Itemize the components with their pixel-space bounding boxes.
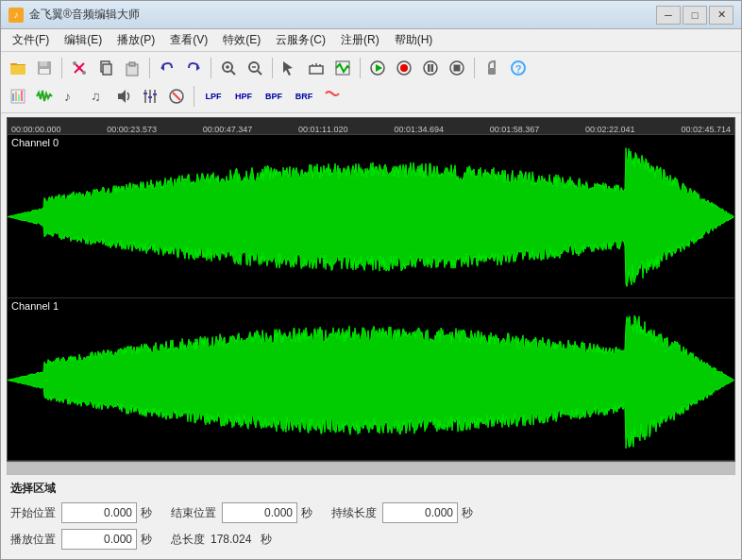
svg-text:♪: ♪ bbox=[64, 89, 71, 104]
copy-button[interactable] bbox=[93, 56, 118, 80]
svg-rect-5 bbox=[40, 69, 49, 74]
svg-point-9 bbox=[82, 71, 86, 75]
total-length-group: 总长度 178.024 秒 bbox=[171, 532, 272, 548]
brf-label: BRF bbox=[295, 92, 313, 101]
brf-button[interactable]: BRF bbox=[290, 84, 318, 109]
tl-label-7: 00:02:45.714 bbox=[681, 125, 731, 134]
menu-play[interactable]: 播放(P) bbox=[110, 30, 162, 51]
sep3 bbox=[211, 58, 211, 78]
duration-input[interactable] bbox=[382, 502, 458, 523]
hpf-label: HPF bbox=[235, 92, 252, 101]
waveform-button[interactable] bbox=[32, 84, 57, 109]
delete-sel-button[interactable] bbox=[304, 56, 329, 80]
cut-button[interactable] bbox=[67, 56, 92, 80]
zoom-in-button[interactable] bbox=[216, 56, 241, 80]
duration-group: 持续长度 秒 bbox=[331, 502, 473, 523]
redo-button[interactable] bbox=[181, 56, 206, 80]
hpf-button[interactable]: HPF bbox=[229, 84, 258, 109]
undo-button[interactable] bbox=[155, 56, 179, 80]
end-pos-group: 结束位置 秒 bbox=[171, 502, 312, 523]
svg-rect-42 bbox=[12, 93, 14, 101]
selection-title: 选择区域 bbox=[10, 481, 732, 497]
start-pos-input[interactable] bbox=[61, 502, 137, 523]
scrollbar[interactable] bbox=[7, 462, 735, 475]
stop-button[interactable] bbox=[445, 56, 469, 80]
tl-label-2: 00:00:47.347 bbox=[203, 125, 253, 134]
lpf-button[interactable]: LPF bbox=[199, 84, 228, 109]
end-pos-input[interactable] bbox=[222, 502, 297, 523]
waveform-area: 00:00:00.000 00:00:23.573 00:00:47.347 0… bbox=[7, 117, 735, 462]
status-area: 选择区域 开始位置 秒 结束位置 秒 持续长度 秒 播放位置 秒 bbox=[1, 475, 741, 559]
channel-0[interactable]: Channel 0 bbox=[8, 135, 734, 298]
eq-button[interactable] bbox=[138, 84, 162, 109]
zoom-out-button[interactable] bbox=[243, 56, 267, 80]
menu-effects[interactable]: 特效(E) bbox=[215, 30, 268, 51]
minimize-button[interactable]: ─ bbox=[656, 6, 681, 25]
total-value: 178.024 bbox=[211, 533, 251, 546]
svg-rect-43 bbox=[15, 92, 17, 101]
svg-rect-4 bbox=[40, 61, 47, 66]
fields-row-2: 播放位置 秒 总长度 178.024 秒 bbox=[10, 529, 732, 550]
svg-rect-24 bbox=[310, 66, 323, 74]
tl-label-4: 00:01:34.694 bbox=[394, 125, 444, 134]
pause-button[interactable] bbox=[418, 56, 443, 80]
menu-edit[interactable]: 编辑(E) bbox=[57, 30, 110, 51]
channel-1[interactable]: Channel 1 bbox=[8, 298, 734, 462]
svg-point-33 bbox=[424, 61, 437, 75]
svg-marker-30 bbox=[376, 64, 382, 72]
music2-button[interactable]: ♫ bbox=[85, 84, 110, 109]
lock-button[interactable] bbox=[480, 56, 504, 80]
spectrogram-button[interactable] bbox=[6, 84, 30, 109]
play-pos-input[interactable] bbox=[61, 529, 137, 550]
svg-rect-34 bbox=[428, 64, 430, 72]
svg-rect-38 bbox=[488, 68, 496, 75]
menu-file[interactable]: 文件(F) bbox=[5, 30, 57, 51]
total-label: 总长度 bbox=[171, 532, 205, 548]
bpf-button[interactable]: BPF bbox=[260, 84, 288, 109]
menu-help[interactable]: 帮助(H) bbox=[387, 30, 441, 51]
svg-rect-13 bbox=[129, 62, 135, 66]
duration-unit: 秒 bbox=[462, 505, 473, 521]
play-pos-unit: 秒 bbox=[141, 532, 152, 548]
menu-register[interactable]: 注册(R) bbox=[333, 30, 387, 51]
svg-rect-45 bbox=[21, 91, 23, 101]
svg-marker-23 bbox=[283, 61, 293, 76]
svg-rect-53 bbox=[148, 96, 152, 98]
svg-rect-54 bbox=[153, 93, 157, 95]
menu-cloud[interactable]: 云服务(C) bbox=[268, 30, 333, 51]
timeline-labels: 00:00:00.000 00:00:23.573 00:00:47.347 0… bbox=[9, 125, 733, 134]
scrollbar-thumb[interactable] bbox=[8, 463, 734, 474]
svg-rect-52 bbox=[143, 93, 147, 94]
paste-button[interactable] bbox=[120, 56, 144, 80]
menu-view[interactable]: 查看(V) bbox=[162, 30, 215, 51]
end-pos-unit: 秒 bbox=[301, 505, 312, 521]
channel-1-label: Channel 1 bbox=[11, 300, 59, 312]
svg-rect-11 bbox=[103, 64, 111, 75]
noise-button[interactable] bbox=[164, 84, 189, 109]
play-button[interactable] bbox=[365, 56, 390, 80]
start-pos-unit: 秒 bbox=[141, 505, 152, 521]
bpf-label: BPF bbox=[265, 92, 282, 101]
play-pos-group: 播放位置 秒 bbox=[10, 529, 152, 550]
close-button[interactable]: ✕ bbox=[709, 6, 734, 25]
open-button[interactable] bbox=[6, 56, 30, 80]
save-button[interactable] bbox=[32, 56, 57, 80]
more-filter-button[interactable] bbox=[320, 84, 345, 109]
maximize-button[interactable]: □ bbox=[683, 6, 707, 25]
volume-button[interactable] bbox=[111, 84, 136, 109]
music-button[interactable]: ♪ bbox=[59, 84, 83, 109]
toolbar-row2: ♪ ♫ LPF HPF BPF bbox=[5, 83, 737, 110]
help-button[interactable]: ? bbox=[506, 56, 531, 80]
tl-label-1: 00:00:23.573 bbox=[107, 125, 157, 134]
normalize-button[interactable] bbox=[330, 56, 355, 80]
window-title: 金飞翼®音频编辑大师 bbox=[29, 7, 656, 23]
duration-label: 持续长度 bbox=[331, 505, 377, 521]
svg-rect-35 bbox=[431, 64, 434, 72]
record-button[interactable] bbox=[392, 56, 416, 80]
select-button[interactable] bbox=[278, 56, 302, 80]
sep7 bbox=[194, 86, 194, 107]
menu-bar: 文件(F) 编辑(E) 播放(P) 查看(V) 特效(E) 云服务(C) 注册(… bbox=[1, 29, 741, 52]
channel-0-label: Channel 0 bbox=[11, 137, 59, 148]
sep5 bbox=[360, 58, 361, 78]
tl-label-5: 00:01:58.367 bbox=[490, 125, 540, 134]
